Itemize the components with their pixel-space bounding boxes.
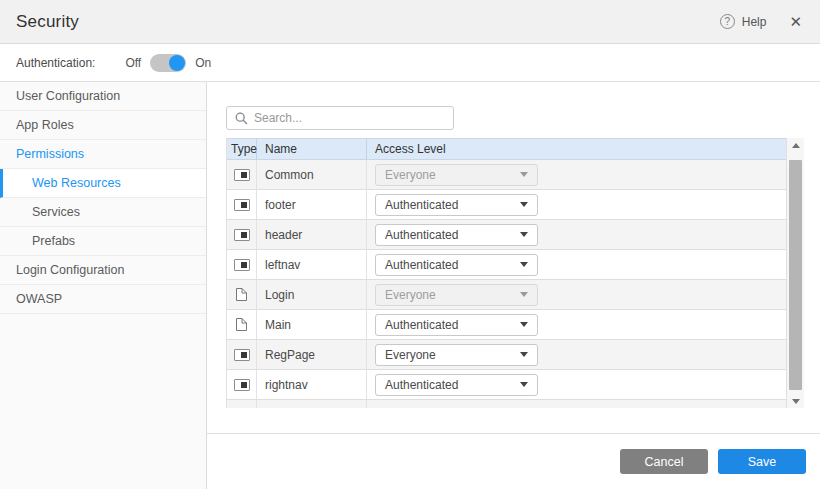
sidebar-item-permissions[interactable]: Permissions	[0, 140, 206, 169]
table-header: Type Name Access Level	[227, 138, 786, 160]
table-row: leftnavAuthenticated	[227, 250, 786, 280]
page-icon	[235, 317, 248, 332]
table-row	[227, 400, 786, 408]
access-level-value: Authenticated	[385, 378, 520, 392]
sidebar-item-login-configuration[interactable]: Login Configuration	[0, 256, 206, 285]
page-title: Security	[16, 12, 79, 32]
type-cell	[227, 370, 257, 399]
access-level-value: Authenticated	[385, 228, 520, 242]
access-cell: Authenticated	[367, 190, 786, 219]
help-link[interactable]: Help	[742, 15, 767, 29]
partial-icon	[234, 259, 250, 271]
resource-name: leftnav	[257, 250, 367, 279]
cancel-button[interactable]: Cancel	[620, 449, 708, 474]
dialog-body: User ConfigurationApp RolesPermissionsWe…	[0, 82, 820, 489]
page-icon	[235, 287, 248, 302]
resource-name: Login	[257, 280, 367, 309]
type-cell	[227, 340, 257, 369]
sidebar: User ConfigurationApp RolesPermissionsWe…	[0, 82, 207, 489]
resource-name: rightnav	[257, 370, 367, 399]
resource-name: RegPage	[257, 340, 367, 369]
access-level-dropdown[interactable]: Authenticated	[375, 374, 538, 396]
access-level-dropdown: Everyone	[375, 164, 538, 186]
sidebar-item-user-configuration[interactable]: User Configuration	[0, 82, 206, 111]
column-header-access-level: Access Level	[367, 139, 786, 159]
sidebar-item-app-roles[interactable]: App Roles	[0, 111, 206, 140]
search-box[interactable]	[226, 106, 454, 130]
main-content: Type Name Access Level CommonEveryonefoo…	[207, 82, 820, 489]
table-row: MainAuthenticated	[227, 310, 786, 340]
access-level-value: Authenticated	[385, 198, 520, 212]
scroll-down-icon[interactable]	[787, 394, 804, 408]
table-row: RegPageEveryone	[227, 340, 786, 370]
close-icon[interactable]: ✕	[789, 14, 802, 29]
toggle-knob	[169, 55, 185, 71]
type-cell	[227, 160, 257, 189]
authentication-bar: Authentication: Off On	[0, 44, 820, 82]
access-level-dropdown: Everyone	[375, 284, 538, 306]
save-button[interactable]: Save	[718, 449, 806, 474]
type-cell	[227, 280, 257, 309]
table-scrollbar[interactable]	[787, 138, 804, 408]
table-row: LoginEveryone	[227, 280, 786, 310]
partial-icon	[234, 229, 250, 241]
table-row: rightnavAuthenticated	[227, 370, 786, 400]
table-row: CommonEveryone	[227, 160, 786, 190]
access-level-dropdown[interactable]	[375, 408, 538, 409]
chevron-down-icon	[520, 172, 528, 177]
sidebar-item-owasp[interactable]: OWASP	[0, 285, 206, 314]
access-cell: Authenticated	[367, 310, 786, 339]
type-cell	[227, 220, 257, 249]
title-bar-actions: ? Help ✕	[720, 14, 802, 29]
sidebar-item-prefabs[interactable]: Prefabs	[0, 227, 206, 256]
type-cell	[227, 190, 257, 219]
access-level-value: Authenticated	[385, 318, 520, 332]
toggle-on-label: On	[195, 56, 211, 70]
resource-name: Main	[257, 310, 367, 339]
resource-name: header	[257, 220, 367, 249]
partial-icon	[234, 199, 250, 211]
table-body: CommonEveryonefooterAuthenticatedheaderA…	[227, 160, 786, 408]
access-cell: Authenticated	[367, 370, 786, 399]
title-bar: Security ? Help ✕	[0, 0, 820, 44]
access-level-value: Authenticated	[385, 258, 520, 272]
access-level-dropdown[interactable]: Authenticated	[375, 194, 538, 216]
footer-bar: Cancel Save	[207, 433, 820, 489]
sidebar-item-web-resources[interactable]: Web Resources	[0, 169, 206, 198]
access-level-value: Everyone	[385, 168, 520, 182]
authentication-toggle[interactable]	[150, 54, 186, 72]
access-cell: Everyone	[367, 340, 786, 369]
resources-table: Type Name Access Level CommonEveryonefoo…	[226, 138, 804, 408]
chevron-down-icon	[520, 232, 528, 237]
authentication-label: Authentication:	[16, 56, 95, 70]
access-level-dropdown[interactable]: Authenticated	[375, 254, 538, 276]
access-level-dropdown[interactable]: Authenticated	[375, 224, 538, 246]
toggle-off-label: Off	[125, 56, 141, 70]
search-input[interactable]	[254, 111, 445, 125]
resource-name: Common	[257, 160, 367, 189]
security-dialog: Security ? Help ✕ Authentication: Off On…	[0, 0, 820, 489]
help-icon[interactable]: ?	[720, 14, 735, 29]
access-cell: Authenticated	[367, 250, 786, 279]
scroll-up-icon[interactable]	[787, 138, 804, 152]
access-level-dropdown[interactable]: Everyone	[375, 344, 538, 366]
column-header-name: Name	[257, 139, 367, 159]
table-row: footerAuthenticated	[227, 190, 786, 220]
table-grid: Type Name Access Level CommonEveryonefoo…	[226, 138, 787, 408]
type-cell	[227, 310, 257, 339]
sidebar-item-services[interactable]: Services	[0, 198, 206, 227]
chevron-down-icon	[520, 262, 528, 267]
column-header-type: Type	[227, 139, 257, 159]
type-cell	[227, 250, 257, 279]
access-cell: Everyone	[367, 280, 786, 309]
resource-name: footer	[257, 190, 367, 219]
scrollbar-thumb[interactable]	[789, 160, 802, 390]
chevron-down-icon	[520, 322, 528, 327]
chevron-down-icon	[520, 202, 528, 207]
access-level-dropdown[interactable]: Authenticated	[375, 314, 538, 336]
chevron-down-icon	[520, 352, 528, 357]
chevron-down-icon	[520, 382, 528, 387]
search-icon	[235, 112, 248, 125]
partial-icon	[234, 349, 250, 361]
access-level-value: Everyone	[385, 348, 520, 362]
